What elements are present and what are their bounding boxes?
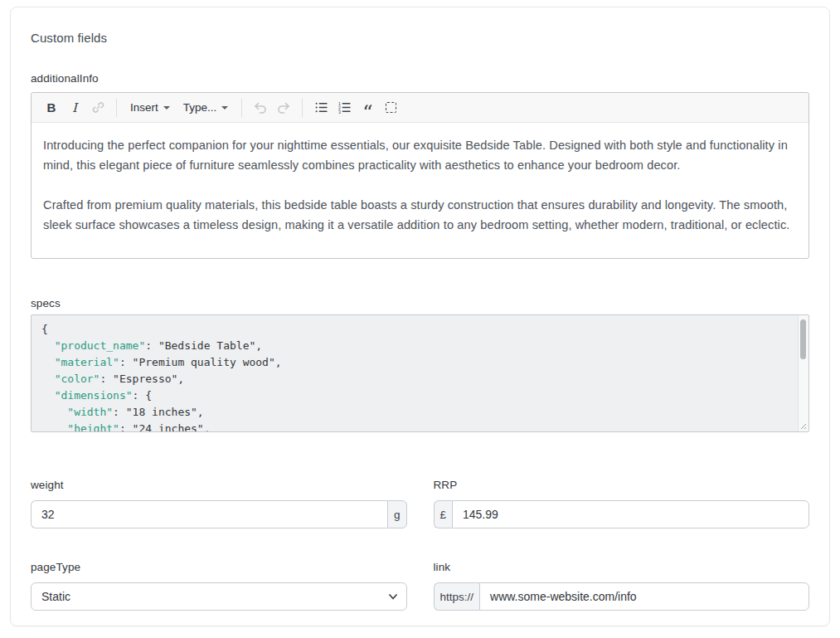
code-line: "product_name": "Bedside Table", [41, 338, 799, 354]
rrp-label: RRP [434, 479, 810, 491]
rrp-input[interactable] [452, 500, 809, 528]
page-type-select[interactable]: Static [31, 582, 407, 611]
rte-paragraph: Introducing the perfect companion for yo… [43, 135, 797, 175]
link-protocol-addon: https:// [434, 582, 480, 611]
svg-text:3: 3 [338, 110, 341, 114]
bold-button[interactable]: B [40, 96, 63, 119]
rrp-input-group: £ [434, 500, 810, 528]
bullet-list-button[interactable] [309, 96, 333, 119]
page-type-label: pageType [31, 561, 407, 573]
additional-info-label: additionalInfo [31, 72, 809, 85]
toolbar-divider [241, 99, 242, 117]
resize-handle-icon[interactable] [798, 421, 808, 431]
link-input[interactable] [479, 582, 809, 611]
bullet-list-icon [314, 100, 328, 114]
italic-button[interactable]: I [63, 96, 86, 119]
code-block-button[interactable] [379, 96, 402, 119]
weight-input[interactable] [31, 500, 387, 528]
specs-code: { "product_name": "Bedside Table", "mate… [32, 315, 808, 432]
fields-grid: weight g RRP £ pageType Static [31, 479, 809, 611]
link-icon [91, 100, 105, 114]
redo-icon [276, 100, 291, 115]
numbered-list-icon: 1 2 3 [337, 100, 352, 114]
code-line: "material": "Premium quality wood", [41, 354, 799, 371]
page-type-field: pageType Static [31, 561, 407, 611]
link-button[interactable] [86, 96, 109, 119]
rrp-currency-addon: £ [434, 500, 453, 528]
toolbar-divider [116, 99, 117, 117]
rte-content-area[interactable]: Introducing the perfect companion for yo… [32, 123, 808, 258]
chevron-down-icon [221, 106, 228, 110]
rte-paragraph: Crafted from premium quality materials, … [43, 195, 797, 235]
link-label: link [434, 561, 810, 573]
code-line: "color": "Espresso", [41, 371, 799, 387]
custom-fields-card: Custom fields additionalInfo B I Insert [10, 7, 830, 626]
rrp-field: RRP £ [434, 479, 810, 528]
insert-dropdown-button[interactable]: Insert [124, 96, 177, 119]
code-line: "width": "18 inches", [41, 404, 799, 421]
card-title: Custom fields [31, 31, 809, 45]
link-input-group: https:// [434, 582, 810, 611]
rte-toolbar: B I Insert Type... [32, 93, 808, 123]
specs-code-editor[interactable]: { "product_name": "Bedside Table", "mate… [31, 314, 809, 432]
specs-scrollbar[interactable] [798, 315, 808, 431]
weight-label: weight [31, 479, 407, 491]
link-field: link https:// [434, 561, 810, 611]
chevron-down-icon [163, 106, 170, 110]
specs-scrollbar-thumb[interactable] [800, 319, 806, 359]
blockquote-icon: “ [362, 109, 372, 117]
code-line: "dimensions": { [41, 387, 799, 404]
page-type-select-wrap: Static [31, 582, 407, 611]
code-line: "height": "24 inches", [41, 421, 799, 432]
weight-unit-addon: g [387, 500, 407, 528]
code-block-icon [386, 102, 396, 113]
redo-button[interactable] [272, 96, 295, 119]
insert-dropdown-label: Insert [130, 101, 158, 114]
type-dropdown-button[interactable]: Type... [177, 96, 235, 119]
type-dropdown-label: Type... [183, 101, 217, 114]
rich-text-editor: B I Insert Type... [31, 92, 809, 259]
numbered-list-button[interactable]: 1 2 3 [333, 96, 356, 119]
weight-field: weight g [31, 479, 407, 528]
undo-button[interactable] [249, 96, 272, 119]
specs-label: specs [31, 297, 809, 309]
code-line: { [41, 321, 799, 338]
weight-input-group: g [31, 500, 407, 528]
blockquote-button[interactable]: “ [356, 96, 379, 119]
toolbar-divider [302, 99, 303, 117]
undo-icon [253, 100, 268, 115]
